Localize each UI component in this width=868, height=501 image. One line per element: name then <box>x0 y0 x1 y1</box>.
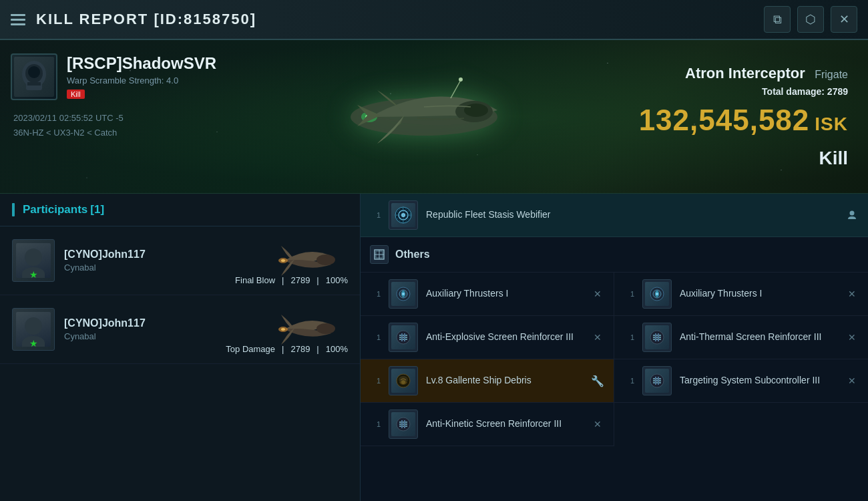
export-button[interactable]: ⬡ <box>797 6 824 33</box>
module-name: Anti-Explosive Screen Reinforcer III <box>426 331 583 344</box>
wrench-icon[interactable]: 🔧 <box>591 374 604 387</box>
modules-panel: 1 Republic Fleet Stasis Webifier <box>361 194 868 501</box>
participants-panel: Participants [1] ★ [CYNO]John117 Cynabal <box>0 194 361 501</box>
pilot-info: [RSCP]ShadowSVR Warp Scramble Strength: … <box>11 53 216 100</box>
ship-type: Frigate <box>815 69 848 80</box>
pilot-details: [RSCP]ShadowSVR Warp Scramble Strength: … <box>67 54 216 100</box>
webifier-icon-inner <box>391 203 415 227</box>
anti-explosive-icon <box>389 323 418 352</box>
module-num: 1 <box>624 290 634 298</box>
others-label: Others <box>395 248 430 261</box>
participants-count: [1] <box>90 203 104 216</box>
svg-point-14 <box>281 259 285 262</box>
close-button[interactable]: ✕ <box>831 6 857 33</box>
section-bar <box>12 203 15 216</box>
box-icon <box>373 248 386 261</box>
module-item: 1 Targeting System Subcontroller III <box>614 359 868 403</box>
anti-thermal-icon <box>642 323 672 352</box>
svg-rect-4 <box>27 82 41 86</box>
svg-rect-51 <box>653 378 661 379</box>
svg-rect-55 <box>658 377 659 385</box>
participant-star-icon: ★ <box>29 338 38 349</box>
svg-rect-43 <box>653 337 661 338</box>
svg-rect-61 <box>404 420 405 428</box>
close-icon[interactable]: ✕ <box>845 374 859 387</box>
pilot-helmet-icon <box>19 61 49 93</box>
close-icon[interactable]: ✕ <box>591 287 604 301</box>
webifier-module-item: 1 Republic Fleet Stasis Webifier <box>361 194 868 237</box>
svg-rect-39 <box>401 333 403 341</box>
participant-percent: 100% <box>326 344 348 354</box>
svg-point-2 <box>28 66 40 78</box>
module-item: 1 Anti-Thermal Screen Reinforcer III <box>614 316 868 359</box>
clipboard-button[interactable]: ⧉ <box>764 6 791 33</box>
auxiliary-thrusters-icon-1 <box>389 279 418 309</box>
participants-title: Participants <box>23 203 87 216</box>
webifier-close-icon[interactable] <box>845 208 859 222</box>
page-title: KILL REPORT [ID:8158750] <box>36 11 764 28</box>
auxiliary-thrusters-icon-2 <box>642 279 672 309</box>
svg-point-12 <box>316 255 335 265</box>
participant-star-icon: ★ <box>29 269 38 280</box>
module-item: 1 Auxiliary Thrusters I ✕ <box>614 273 868 316</box>
participant-damage: 2789 <box>290 275 310 285</box>
svg-point-7 <box>464 104 488 117</box>
svg-rect-58 <box>399 424 407 425</box>
close-icon[interactable]: ✕ <box>591 418 604 431</box>
pilot-warp-strength: Warp Scramble Strength: 4.0 <box>67 75 216 86</box>
participant-info: [CYNO]John117 Cynabal <box>64 317 258 341</box>
participant-ship: Cynabal <box>64 331 258 341</box>
participant-name: [CYNO]John117 <box>64 248 258 261</box>
others-section-header: Others <box>361 237 868 273</box>
participant-avatar: ★ <box>12 308 55 351</box>
participant-role: Final Blow <box>235 275 275 285</box>
module-name: Targeting System Subcontroller III <box>680 374 837 387</box>
module-num: 1 <box>370 211 381 219</box>
participant-row: ★ [CYNO]John117 Cynabal Top Damage <box>0 295 360 364</box>
header: KILL REPORT [ID:8158750] ⧉ ⬡ ✕ <box>0 0 868 40</box>
svg-rect-60 <box>401 420 403 428</box>
svg-rect-59 <box>399 426 407 427</box>
svg-rect-36 <box>399 335 407 336</box>
participant-info: [CYNO]John117 Cynabal <box>64 248 258 273</box>
ship-illustration <box>317 57 531 177</box>
svg-rect-42 <box>653 335 661 336</box>
module-num: 1 <box>370 333 381 341</box>
close-icon[interactable]: ✕ <box>845 331 859 344</box>
participant-stats: Final Blow | 2789 | 100% <box>235 275 348 285</box>
close-icon[interactable]: ✕ <box>591 331 604 344</box>
close-icon[interactable]: ✕ <box>845 287 859 301</box>
hero-section: [RSCP]ShadowSVR Warp Scramble Strength: … <box>0 40 868 194</box>
ship-name-display: Atron Interceptor Frigate <box>685 65 848 82</box>
ship-class: Atron Interceptor <box>685 65 805 81</box>
hero-right: Atron Interceptor Frigate Total damage: … <box>619 40 868 193</box>
svg-line-10 <box>451 80 461 98</box>
participant-role: Top Damage <box>226 344 275 354</box>
module-item: 1 Auxiliary Thrusters I ✕ <box>361 273 614 316</box>
module-name: Lv.8 Gallente Ship Debris <box>426 374 583 387</box>
targeting-icon <box>642 366 672 395</box>
svg-point-17 <box>281 328 285 331</box>
ship-debris-icon <box>389 366 418 395</box>
svg-rect-38 <box>399 339 407 340</box>
module-num: 1 <box>624 377 634 385</box>
svg-rect-40 <box>404 333 405 341</box>
svg-point-11 <box>459 77 463 81</box>
svg-point-49 <box>401 380 405 384</box>
kill-meta: 2023/02/11 02:55:52 UTC -5 36N-HZ < UX3-… <box>11 111 216 140</box>
svg-rect-44 <box>653 339 661 340</box>
webifier-svg <box>394 206 413 224</box>
participant-name: [CYNO]John117 <box>64 317 258 329</box>
participant-damage: 2789 <box>290 344 310 354</box>
header-actions: ⧉ ⬡ ✕ <box>764 6 857 33</box>
pilot-name: [RSCP]ShadowSVR <box>67 54 216 73</box>
kill-date: 2023/02/11 02:55:52 UTC -5 <box>13 111 216 126</box>
modules-grid: 1 Auxiliary Thrusters I ✕ 1 <box>361 273 868 446</box>
others-section-icon <box>370 245 389 264</box>
menu-icon[interactable] <box>11 14 25 25</box>
module-num: 1 <box>370 420 381 428</box>
isk-value-display: 132,545,582ISK <box>639 104 848 137</box>
svg-rect-54 <box>655 377 656 385</box>
svg-point-34 <box>656 293 658 295</box>
svg-point-30 <box>402 293 405 295</box>
